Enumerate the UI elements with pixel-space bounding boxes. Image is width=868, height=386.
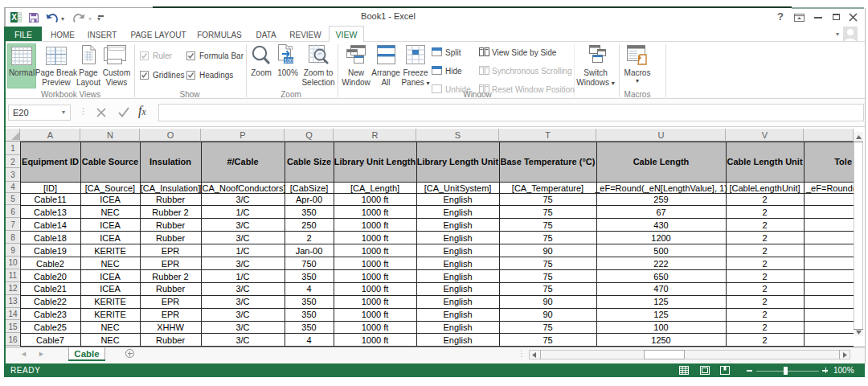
svg-text:X: X (11, 13, 17, 22)
svg-text:100: 100 (285, 58, 293, 64)
